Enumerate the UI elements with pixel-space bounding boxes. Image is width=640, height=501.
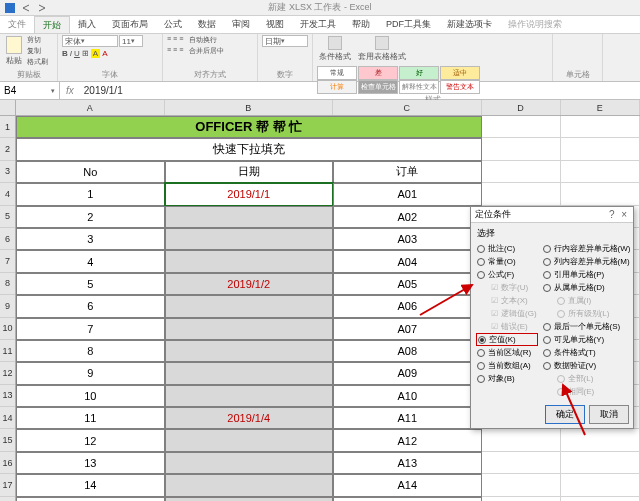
table-subtitle[interactable]: 快速下拉填充 — [16, 138, 482, 160]
cell[interactable] — [482, 138, 561, 160]
save-icon[interactable] — [4, 2, 16, 14]
cell[interactable] — [165, 385, 333, 407]
cell[interactable]: A03 — [333, 228, 482, 250]
cell[interactable] — [482, 161, 561, 183]
cell[interactable]: A06 — [333, 295, 482, 317]
cell[interactable] — [165, 228, 333, 250]
row-header-1[interactable]: 1 — [0, 116, 15, 138]
cell[interactable]: 2019/1/4 — [165, 407, 333, 429]
format-table-button[interactable]: 套用表格格式 — [356, 35, 408, 63]
cell[interactable]: 11 — [16, 407, 165, 429]
row-header-8[interactable]: 8 — [0, 273, 15, 295]
cell[interactable]: No — [16, 161, 165, 183]
row-header-10[interactable]: 10 — [0, 318, 15, 340]
tab-pdf[interactable]: PDF工具集 — [378, 16, 439, 33]
cell[interactable] — [165, 497, 333, 501]
cell[interactable]: 1 — [16, 183, 165, 205]
cell[interactable] — [482, 474, 561, 496]
style-normal[interactable]: 常规 — [317, 66, 357, 80]
row-header-18[interactable]: 18 — [0, 497, 15, 501]
col-header-C[interactable]: C — [333, 100, 482, 115]
cell[interactable] — [561, 183, 640, 205]
cut-button[interactable]: 剪切 — [27, 35, 48, 45]
dialog-help-button[interactable]: ? — [607, 209, 617, 220]
tab-formulas[interactable]: 公式 — [156, 16, 190, 33]
cell[interactable]: 2019/1/1 — [165, 183, 333, 205]
col-header-D[interactable]: D — [482, 100, 561, 115]
radio-option[interactable]: 空值(K) — [477, 334, 537, 345]
cell[interactable] — [165, 362, 333, 384]
cell[interactable] — [482, 183, 561, 205]
select-all-corner[interactable] — [0, 100, 15, 116]
cell[interactable] — [165, 452, 333, 474]
cell[interactable] — [482, 429, 561, 451]
cell[interactable]: 日期 — [165, 161, 333, 183]
row-header-3[interactable]: 3 — [0, 161, 15, 183]
row-header-14[interactable]: 14 — [0, 407, 15, 429]
cell[interactable] — [165, 295, 333, 317]
redo-icon[interactable] — [36, 2, 48, 14]
cell[interactable]: A13 — [333, 452, 482, 474]
cell[interactable] — [165, 250, 333, 272]
tab-layout[interactable]: 页面布局 — [104, 16, 156, 33]
align-bot-button[interactable]: ≡ — [179, 35, 183, 45]
align-right-button[interactable]: ≡ — [179, 46, 183, 56]
format-painter-button[interactable]: 格式刷 — [27, 57, 48, 67]
row-header-12[interactable]: 12 — [0, 362, 15, 384]
name-box[interactable]: B4▾ — [0, 82, 60, 99]
cell[interactable]: 7 — [16, 318, 165, 340]
row-header-11[interactable]: 11 — [0, 340, 15, 362]
font-color-button[interactable]: A — [102, 49, 107, 58]
cell[interactable]: A05 — [333, 273, 482, 295]
cell[interactable]: 10 — [16, 385, 165, 407]
cell[interactable]: A15 — [333, 497, 482, 501]
cell[interactable]: 14 — [16, 474, 165, 496]
cell[interactable] — [561, 138, 640, 160]
cell[interactable]: 订单 — [333, 161, 482, 183]
cell[interactable] — [165, 340, 333, 362]
cell[interactable]: A04 — [333, 250, 482, 272]
formula-input[interactable]: 2019/1/1 — [80, 85, 640, 96]
style-good[interactable]: 好 — [399, 66, 439, 80]
radio-option[interactable]: 最后一个单元格(S) — [543, 321, 631, 332]
number-format-select[interactable]: 日期▾ — [262, 35, 308, 47]
wrap-text-button[interactable]: 自动换行 — [189, 35, 217, 45]
cell[interactable] — [165, 206, 333, 228]
radio-option[interactable]: 行内容差异单元格(W) — [543, 243, 631, 254]
tab-help[interactable]: 帮助 — [344, 16, 378, 33]
tab-tell[interactable]: 操作说明搜索 — [500, 16, 570, 33]
cell[interactable]: 6 — [16, 295, 165, 317]
cell[interactable]: A01 — [333, 183, 482, 205]
cell[interactable] — [561, 452, 640, 474]
cell[interactable] — [561, 116, 640, 138]
cell[interactable] — [482, 497, 561, 501]
row-header-2[interactable]: 2 — [0, 138, 15, 160]
row-header-16[interactable]: 16 — [0, 452, 15, 474]
radio-option[interactable]: 对象(B) — [477, 373, 537, 384]
align-top-button[interactable]: ≡ — [167, 35, 171, 45]
radio-option[interactable]: 可见单元格(Y) — [543, 334, 631, 345]
dialog-cancel-button[interactable]: 取消 — [589, 405, 629, 424]
cell[interactable] — [165, 474, 333, 496]
cell[interactable]: 5 — [16, 273, 165, 295]
fill-color-button[interactable]: A — [91, 49, 100, 58]
cell[interactable]: A12 — [333, 429, 482, 451]
cell[interactable]: A09 — [333, 362, 482, 384]
col-header-E[interactable]: E — [561, 100, 640, 115]
align-left-button[interactable]: ≡ — [167, 46, 171, 56]
cell[interactable] — [561, 429, 640, 451]
italic-button[interactable]: I — [70, 49, 72, 58]
align-center-button[interactable]: ≡ — [173, 46, 177, 56]
cell[interactable]: 3 — [16, 228, 165, 250]
radio-option[interactable]: 常量(O) — [477, 256, 537, 267]
cell[interactable]: 2 — [16, 206, 165, 228]
row-header-4[interactable]: 4 — [0, 183, 15, 205]
radio-option[interactable]: 从属单元格(D) — [543, 282, 631, 293]
cell[interactable] — [561, 497, 640, 501]
cell[interactable] — [561, 161, 640, 183]
align-mid-button[interactable]: ≡ — [173, 35, 177, 45]
paste-button[interactable]: 粘贴 — [4, 35, 24, 67]
row-header-17[interactable]: 17 — [0, 474, 15, 496]
row-header-5[interactable]: 5 — [0, 206, 15, 228]
col-header-A[interactable]: A — [16, 100, 165, 115]
